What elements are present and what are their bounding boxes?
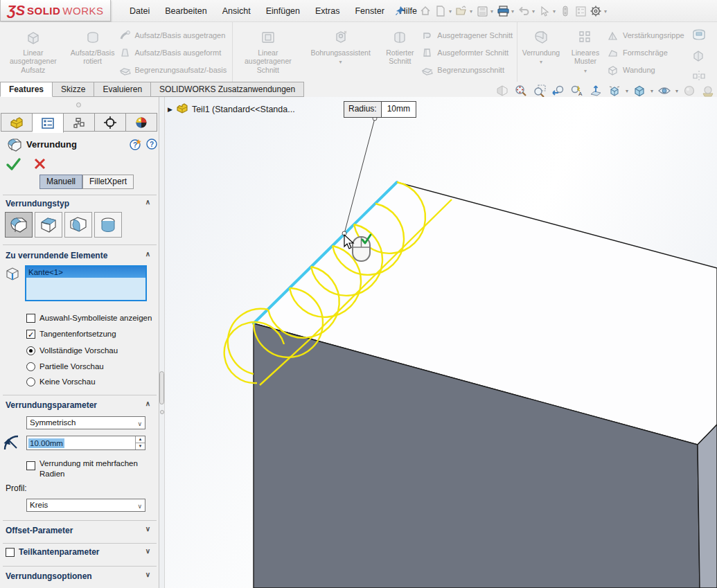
graphics-viewport[interactable]: ▶ Teil1 (Standard<<Standa... Radius: 10m…	[165, 97, 717, 588]
new-document-icon[interactable]	[434, 4, 448, 18]
panel-splitter[interactable]	[159, 97, 165, 588]
fillet-type-header[interactable]: Verrundungstyp	[6, 199, 69, 208]
hole-wizard-button[interactable]: Bohrungsassistent ▾	[303, 22, 379, 82]
extrude-boss-button[interactable]: Linear ausgetragener Aufsatz	[0, 22, 67, 82]
normal-to-icon[interactable]	[588, 83, 603, 98]
menu-extras[interactable]: Extras	[308, 0, 347, 22]
spinner-up-icon[interactable]: ▲	[136, 436, 145, 443]
swept-cut-button[interactable]: Ausgetragener Schnitt	[421, 28, 517, 42]
magnet-toggle-icon[interactable]	[558, 4, 572, 18]
view-orientation-dropdown[interactable]: ▾	[626, 88, 628, 94]
constant-size-fillet-button[interactable]	[5, 212, 33, 238]
zoom-area-icon[interactable]	[532, 83, 547, 98]
linear-pattern-dropdown[interactable]: ▾	[584, 68, 587, 74]
tab-zusatzanwendungen[interactable]: SOLIDWORKS Zusatzanwendungen	[151, 82, 304, 97]
show-selection-toolbar-checkbox-row[interactable]: Auswahl-Symbolleiste anzeigen	[26, 314, 152, 323]
save-icon[interactable]	[475, 4, 489, 18]
profile-select[interactable]: Kreis ∨	[26, 499, 145, 512]
extrude-cut-button[interactable]: Linear ausgetragener Schnitt	[233, 22, 303, 82]
selected-edge-item[interactable]: Kante<1>	[26, 267, 145, 278]
no-preview-radio[interactable]	[26, 377, 35, 386]
select-cursor-icon[interactable]	[538, 4, 551, 18]
menu-datei[interactable]: Datei	[122, 0, 157, 22]
ok-check-icon[interactable]	[6, 157, 22, 175]
edit-appearance-icon[interactable]	[682, 83, 697, 98]
radius-callout[interactable]: Radius: 10mm	[344, 101, 416, 118]
full-preview-radio[interactable]	[26, 346, 35, 355]
multiple-radius-checkbox[interactable]	[26, 461, 35, 470]
variable-size-fillet-button[interactable]	[35, 212, 62, 238]
partial-preview-radio-row[interactable]: Partielle Vorschau	[26, 362, 104, 371]
linear-pattern-button[interactable]: Lineares Muster ▾	[564, 22, 607, 82]
display-style-dropdown[interactable]: ▾	[650, 88, 653, 94]
section-view-icon[interactable]	[495, 83, 510, 98]
full-preview-radio-row[interactable]: Vollständige Vorschau	[26, 346, 118, 355]
save-dropdown[interactable]: ▾	[490, 8, 493, 15]
tab-features[interactable]: Features	[0, 82, 53, 97]
fillet-dropdown[interactable]: ▾	[540, 59, 542, 65]
tree-expand-arrow-icon[interactable]: ▶	[168, 106, 172, 113]
no-preview-radio-row[interactable]: Keine Vorschau	[26, 377, 96, 386]
lofted-boss-button[interactable]: Aufsatz/Basis ausgeformt	[119, 46, 233, 60]
splitter-handle[interactable]	[159, 371, 164, 404]
hole-wizard-dropdown[interactable]: ▾	[339, 59, 342, 65]
boundary-cut-button[interactable]: Begrenzungsschnitt	[421, 63, 517, 77]
view-orientation-icon[interactable]	[607, 83, 622, 98]
filletxpert-mode-button[interactable]: FilletXpert	[82, 175, 134, 189]
manuell-mode-button[interactable]: Manuell	[39, 175, 82, 189]
select-dropdown[interactable]: ▾	[553, 8, 556, 15]
face-fillet-button[interactable]	[64, 212, 92, 238]
open-document-icon[interactable]	[454, 4, 468, 18]
open-document-dropdown[interactable]: ▾	[470, 8, 472, 15]
undo-dropdown[interactable]: ▾	[532, 8, 535, 15]
previous-view-icon[interactable]	[551, 83, 566, 98]
model-canvas[interactable]	[165, 97, 717, 588]
radius-callout-value[interactable]: 10mm	[382, 102, 416, 117]
whats-new-help-icon[interactable]: ?	[129, 138, 141, 150]
fillet-parameters-header[interactable]: Verrundungsparameter	[6, 400, 97, 410]
draft-button[interactable]: Formschräge	[607, 46, 691, 60]
show-selection-toolbar-checkbox[interactable]	[26, 314, 35, 323]
fillet-options-header[interactable]: Verrundungsoptionen	[6, 571, 92, 581]
panel-resize-handle[interactable]	[76, 103, 81, 107]
hide-show-items-icon[interactable]	[657, 83, 672, 98]
tangent-propagation-checkbox[interactable]: ✓	[26, 330, 35, 339]
display-style-icon[interactable]	[632, 83, 647, 98]
spinner-down-icon[interactable]: ▼	[136, 443, 145, 449]
shell-button[interactable]: Wandung	[607, 63, 691, 77]
tab-dimxpertmanager[interactable]	[95, 113, 126, 132]
partial-edge-checkbox[interactable]	[6, 548, 15, 557]
view-selector-a-icon[interactable]: A	[569, 83, 585, 98]
radius-input[interactable]: 10.00mm ▲▼	[26, 436, 145, 450]
offset-parameters-header[interactable]: Offset-Parameter	[6, 526, 73, 535]
undo-icon[interactable]	[517, 4, 531, 18]
parameters-collapse-icon[interactable]: ∧	[145, 400, 150, 407]
partial-edge-header[interactable]: Teilkantenparameter	[19, 548, 100, 557]
tab-skizze[interactable]: Skizze	[53, 82, 94, 97]
partial-preview-radio[interactable]	[26, 362, 35, 371]
home-icon[interactable]	[418, 4, 432, 18]
intersect-icon[interactable]	[691, 48, 707, 65]
menu-einfuegen[interactable]: Einfügen	[258, 0, 308, 22]
options-dropdown[interactable]: ▾	[604, 8, 607, 15]
multiple-radius-checkbox-row[interactable]: Verrundung mit mehrfachen Radien	[26, 458, 145, 479]
items-collapse-icon[interactable]: ∧	[145, 250, 150, 258]
tab-evaluieren[interactable]: Evaluieren	[94, 82, 151, 97]
tab-propertymanager[interactable]	[33, 113, 64, 133]
wrap-icon[interactable]	[691, 28, 707, 44]
print-icon[interactable]	[496, 4, 510, 18]
tab-configurationmanager[interactable]	[64, 113, 95, 132]
splitter-dot[interactable]	[160, 410, 164, 414]
cancel-x-icon[interactable]	[33, 157, 47, 174]
options-expand-icon[interactable]: ∨	[145, 571, 150, 578]
print-dropdown[interactable]: ▾	[511, 8, 514, 15]
revolve-cut-button[interactable]: Rotierter Schnitt	[378, 22, 421, 82]
feature-tree-flyout[interactable]: ▶ Teil1 (Standard<<Standa...	[168, 103, 295, 116]
menu-fenster[interactable]: Fenster	[347, 0, 391, 22]
menu-bearbeiten[interactable]: Bearbeiten	[157, 0, 214, 22]
offset-expand-icon[interactable]: ∨	[145, 525, 150, 533]
zoom-fit-icon[interactable]	[513, 83, 529, 98]
full-round-fillet-button[interactable]	[94, 212, 122, 238]
swept-boss-button[interactable]: Aufsatz/Basis ausgetragen	[119, 28, 233, 42]
boundary-boss-button[interactable]: Begrenzungsaufsatz/-basis	[119, 63, 233, 77]
